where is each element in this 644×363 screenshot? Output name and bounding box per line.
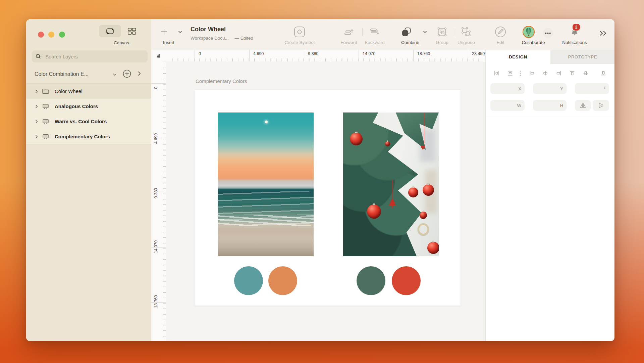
chevron-right-icon[interactable] [35, 135, 39, 139]
ruler-lock-corner[interactable] [151, 50, 166, 62]
vertical-ruler[interactable]: 0 4.690 9.380 14.070 18.760 [151, 61, 166, 341]
artboard-icon [42, 119, 51, 125]
app-window: Canvas Color Combination E... Color Whee… [26, 19, 614, 341]
page-selector-label: Color Combination E... [35, 71, 89, 77]
sidebar-item-warm-vs-cool-colors[interactable]: Warm vs. Cool Colors [26, 114, 151, 129]
swatch-teal[interactable] [234, 266, 263, 295]
ornament-string [424, 112, 425, 144]
rope-ring-ornament [418, 223, 429, 235]
close-window-button[interactable] [38, 32, 44, 38]
ruler-label: 18.760 [417, 51, 430, 56]
flip-horizontal-icon [579, 102, 587, 108]
ruler-major-tick [304, 50, 304, 61]
x-position-field[interactable]: X [490, 83, 525, 94]
sunset-beach-photo[interactable] [218, 112, 314, 256]
chevron-right-icon[interactable] [35, 104, 39, 108]
height-field[interactable]: H [533, 100, 567, 111]
ruler-label: 9.380 [154, 148, 159, 198]
move-forward-icon [342, 26, 356, 38]
chevron-down-icon [418, 26, 432, 38]
align-bottom-icon[interactable] [599, 69, 608, 78]
inspector-panel: DESIGN PROTOTYPE X [485, 50, 614, 341]
layer-label: Complementary Colors [55, 134, 110, 139]
sidebar-item-analogous-colors[interactable]: Analogous Colors [26, 99, 151, 114]
distribute-horizontally-icon[interactable] [492, 69, 501, 78]
artboard-title[interactable]: Complementary Colors [196, 78, 247, 84]
minimize-window-button[interactable] [48, 32, 54, 38]
page-selector-row[interactable]: Color Combination E... [26, 69, 151, 82]
ruler-label: 14.070 [363, 51, 375, 56]
red-bauble [385, 141, 390, 146]
ruler-label: 18.760 [154, 258, 159, 308]
sidebar-item-complementary-colors[interactable]: Complementary Colors [26, 129, 151, 144]
inspector-divider [486, 117, 614, 117]
swatch-green[interactable] [357, 266, 385, 295]
swatch-red[interactable] [392, 266, 421, 295]
artboard-complementary-colors[interactable]: ♥ [195, 90, 461, 306]
ruler-label: 4.690 [154, 93, 159, 144]
move-backward-icon [368, 26, 381, 38]
sidebar-item-color-wheel[interactable]: Color Wheel [26, 83, 151, 99]
align-right-icon[interactable] [554, 69, 563, 78]
collaborator-avatar[interactable] [522, 26, 535, 38]
align-center-horizontal-icon[interactable] [541, 69, 550, 78]
red-bauble [350, 133, 363, 145]
height-field-label: H [560, 103, 563, 108]
more-collaborators-button[interactable]: ••• [541, 27, 555, 39]
width-field[interactable]: W [490, 100, 525, 111]
components-view-toggle[interactable] [125, 27, 138, 36]
tab-design[interactable]: DESIGN [486, 50, 550, 64]
chevron-right-icon[interactable] [35, 120, 39, 124]
red-bauble [423, 184, 434, 196]
red-bauble [420, 212, 427, 219]
canvas-area[interactable]: Complementary Colors ♥ [166, 61, 485, 341]
flip-vertical-icon [598, 102, 604, 109]
create-symbol-icon [293, 26, 306, 38]
swatch-orange[interactable] [268, 266, 297, 295]
double-chevron-right-icon [596, 27, 610, 39]
ungroup-icon [460, 26, 473, 38]
align-left-icon[interactable] [528, 69, 536, 78]
y-field-label: Y [560, 86, 563, 91]
moon [265, 121, 268, 123]
folder-icon [42, 88, 51, 94]
chevron-down-icon[interactable] [113, 73, 117, 76]
chevron-right-icon[interactable] [35, 89, 39, 93]
toolbar: Insert Color Wheel Workspace Docu... — E… [151, 19, 614, 50]
y-position-field[interactable]: Y [533, 83, 567, 94]
tab-prototype[interactable]: PROTOTYPE [550, 50, 614, 64]
lock-icon [156, 53, 161, 58]
christmas-tree-photo[interactable]: ♥ [343, 112, 439, 256]
canvas-frame-icon [106, 28, 114, 35]
ruler-label: 0 [154, 61, 159, 89]
ruler-major-tick [359, 50, 359, 61]
align-top-icon[interactable] [568, 69, 577, 78]
ruler-ticks [163, 61, 166, 341]
layer-label: Color Wheel [55, 88, 83, 94]
ruler-major-tick [468, 50, 468, 61]
zoom-window-button[interactable] [59, 32, 65, 38]
width-field-label: W [517, 103, 521, 108]
ruler-ticks [166, 58, 485, 61]
align-middle-vertical-icon[interactable] [581, 69, 590, 78]
next-page-button[interactable] [138, 71, 141, 76]
layer-label: Warm vs. Cool Colors [55, 119, 107, 124]
toolbar-divider [362, 28, 363, 36]
horizontal-ruler[interactable]: 0 4.690 9.380 14.070 18.760 23.450 [166, 50, 485, 62]
flip-vertical-button[interactable] [593, 100, 609, 111]
document-subtitle: Workspace Docu... — Edited [191, 36, 253, 41]
red-heart-ornament: ♥ [421, 144, 428, 151]
canvas-view-toggle[interactable] [99, 25, 121, 37]
add-page-button[interactable] [122, 69, 131, 78]
left-sidebar: Canvas Color Combination E... Color Whee… [26, 19, 152, 341]
flip-horizontal-button[interactable] [575, 100, 591, 111]
plus-icon [157, 26, 171, 38]
components-grid-icon [127, 28, 136, 35]
layer-label: Analogous Colors [55, 103, 98, 109]
search-input[interactable] [45, 53, 140, 60]
ruler-major-tick [413, 50, 414, 61]
search-layers-field[interactable] [32, 50, 148, 62]
more-align-options-icon[interactable] [516, 69, 525, 78]
distribute-vertically-icon[interactable] [506, 69, 515, 78]
rotation-field[interactable]: ° [575, 83, 609, 94]
